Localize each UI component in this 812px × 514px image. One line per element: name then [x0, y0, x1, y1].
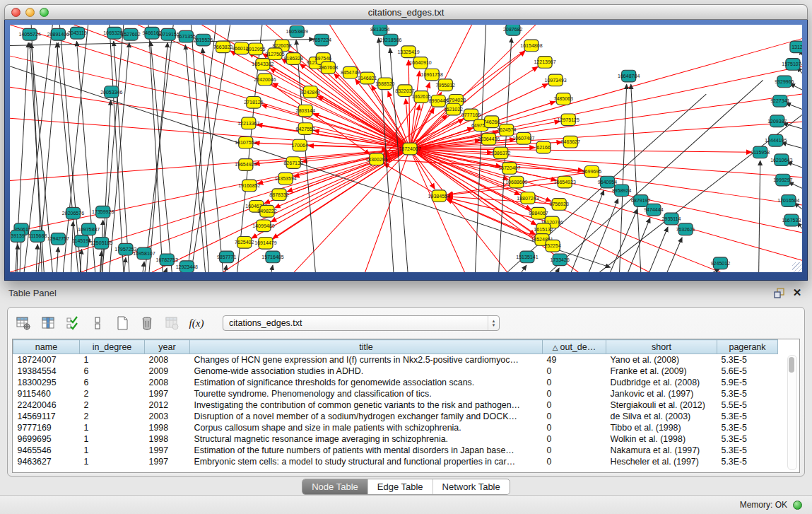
table-scrollbar[interactable] [787, 355, 797, 470]
table-cell[interactable]: 0 [543, 433, 606, 445]
table-cell[interactable]: 18300295 [13, 377, 80, 388]
table-cell[interactable]: 1 [80, 456, 145, 467]
table-cell[interactable]: 2009 [145, 366, 190, 377]
table-cell[interactable]: Structural magnetic resonance image aver… [190, 433, 543, 445]
column-header-year[interactable]: year [145, 340, 190, 354]
close-window-button[interactable] [11, 8, 20, 17]
table-row[interactable]: 969969511998Structural magnetic resonanc… [13, 433, 778, 445]
table-cell[interactable]: Changes of HCN gene expression and I(f) … [190, 354, 543, 366]
delete-columns-button[interactable] [139, 315, 155, 332]
column-header-pagerank[interactable]: pagerank [717, 340, 778, 354]
import-table-button[interactable] [163, 315, 180, 332]
table-cell[interactable]: 14569117 [13, 411, 80, 422]
table-cell[interactable]: 9699695 [13, 433, 80, 445]
table-cell[interactable]: 9115460 [13, 388, 80, 399]
table-row[interactable]: 1456911722003Disruption of a novel membe… [13, 411, 778, 422]
table-cell[interactable]: Jankovic et al. (1997) [606, 388, 717, 399]
table-cell[interactable]: de Silva et al. (2003) [606, 411, 717, 422]
table-cell[interactable]: 5.3E-5 [717, 411, 778, 422]
tab-network-table[interactable]: Network Table [433, 479, 510, 494]
table-cell[interactable]: 0 [543, 445, 606, 456]
table-cell[interactable]: 9463627 [13, 456, 80, 467]
table-row[interactable]: 1830029562008Estimation of significance … [13, 377, 778, 388]
table-cell[interactable]: 5.3E-5 [717, 354, 778, 366]
resize-grip-icon[interactable] [792, 262, 802, 272]
table-cell[interactable]: 19384554 [13, 366, 80, 377]
table-cell[interactable]: 1 [80, 433, 145, 445]
table-cell[interactable]: 0 [543, 388, 606, 399]
table-cell[interactable]: Tibbo et al. (1998) [606, 422, 717, 433]
table-cell[interactable]: Estimation of significance thresholds fo… [190, 377, 543, 388]
select-columns-button[interactable] [64, 315, 81, 332]
table-cell[interactable]: 5.3E-5 [717, 456, 778, 467]
table-cell[interactable]: 1997 [145, 445, 190, 456]
table-cell[interactable]: 2008 [145, 354, 190, 366]
column-header-in-degree[interactable]: in_degree [80, 340, 145, 354]
table-cell[interactable]: 2008 [145, 377, 190, 388]
table-cell[interactable]: 1998 [145, 422, 190, 433]
table-cell[interactable]: Stergiakouli et al. (2012) [606, 399, 717, 411]
table-cell[interactable]: 0 [543, 411, 606, 422]
zoom-window-button[interactable] [40, 8, 49, 17]
table-cell[interactable]: Disruption of a novel member of a sodium… [190, 411, 543, 422]
table-cell[interactable]: 22420046 [13, 399, 80, 411]
table-cell[interactable]: 2 [80, 411, 145, 422]
window-titlebar[interactable]: citations_edges.txt [4, 4, 808, 20]
column-header-name[interactable]: name [13, 340, 80, 354]
table-cell[interactable]: 0 [543, 399, 606, 411]
table-cell[interactable]: 5.3E-5 [717, 388, 778, 399]
table-cell[interactable]: Corpus callosum shape and size in male p… [190, 422, 543, 433]
table-cell[interactable]: Wolkin et al. (1998) [606, 433, 717, 445]
table-cell[interactable]: 5.6E-5 [717, 366, 778, 377]
table-cell[interactable]: 0 [543, 422, 606, 433]
table-cell[interactable]: 1 [80, 445, 145, 456]
table-cell[interactable]: Embryonic stem cells: a model to study s… [190, 456, 543, 467]
table-cell[interactable]: Yano et al. (2008) [606, 354, 717, 366]
table-cell[interactable]: 1998 [145, 433, 190, 445]
table-cell[interactable]: 9465546 [13, 445, 80, 456]
table-cell[interactable]: 5.3E-5 [717, 433, 778, 445]
table-row[interactable]: 946554611997Estimation of the future num… [13, 445, 778, 456]
table-cell[interactable]: 1 [80, 422, 145, 433]
column-header-out-de-[interactable]: △out_de… [543, 340, 606, 354]
column-header-short[interactable]: short [606, 340, 717, 354]
table-cell[interactable]: 6 [80, 366, 145, 377]
table-cell[interactable]: 0 [543, 366, 606, 377]
table-cell[interactable]: 2 [80, 388, 145, 399]
table-cell[interactable]: Estimation of the future numbers of pati… [190, 445, 543, 456]
table-cell[interactable]: 1997 [145, 456, 190, 467]
table-row[interactable]: 977716911998Corpus callosum shape and si… [13, 422, 778, 433]
table-scrollbar-thumb[interactable] [789, 357, 794, 373]
table-selector-dropdown[interactable]: citations_edges.txt ▲▼ [223, 315, 500, 331]
float-panel-icon[interactable] [772, 287, 785, 298]
show-columns-button[interactable] [40, 315, 57, 332]
table-cell[interactable]: 5.3E-5 [717, 445, 778, 456]
tab-edge-table[interactable]: Edge Table [367, 479, 433, 494]
table-cell[interactable]: Investigating the contribution of common… [190, 399, 543, 411]
column-header-title[interactable]: title [190, 340, 543, 354]
table-row[interactable]: 1938455462009Genome-wide association stu… [13, 366, 778, 377]
table-cell[interactable]: Genome-wide association studies in ADHD. [190, 366, 543, 377]
change-table-mode-button[interactable] [15, 315, 32, 332]
table-cell[interactable]: 2 [80, 399, 145, 411]
table-cell[interactable]: Hescheler et al. (1997) [606, 456, 717, 467]
table-row[interactable]: 1872400712008Changes of HCN gene express… [13, 354, 778, 366]
table-cell[interactable]: 6 [80, 377, 145, 388]
network-canvas[interactable]: 1405572420891406204311910653287152760294… [10, 25, 802, 272]
function-builder-button[interactable]: f(x) [188, 315, 205, 332]
table-cell[interactable]: 49 [543, 354, 606, 366]
table-cell[interactable]: 5.9E-5 [717, 377, 778, 388]
tab-node-table[interactable]: Node Table [302, 479, 367, 494]
table-cell[interactable]: 2012 [145, 399, 190, 411]
table-row[interactable]: 911546021997Tourette syndrome. Phenomeno… [13, 388, 778, 399]
create-column-button[interactable] [114, 315, 131, 332]
table-cell[interactable]: 0 [543, 377, 606, 388]
table-cell[interactable]: Dudbridge et al. (2008) [606, 377, 717, 388]
table-cell[interactable]: 2003 [145, 411, 190, 422]
close-panel-icon[interactable]: ✕ [791, 287, 804, 298]
table-cell[interactable]: Tourette syndrome. Phenomenology and cla… [190, 388, 543, 399]
table-cell[interactable]: 9777169 [13, 422, 80, 433]
table-cell[interactable]: 5.5E-5 [717, 399, 778, 411]
minimize-window-button[interactable] [25, 8, 35, 17]
table-cell[interactable]: 0 [543, 456, 606, 467]
